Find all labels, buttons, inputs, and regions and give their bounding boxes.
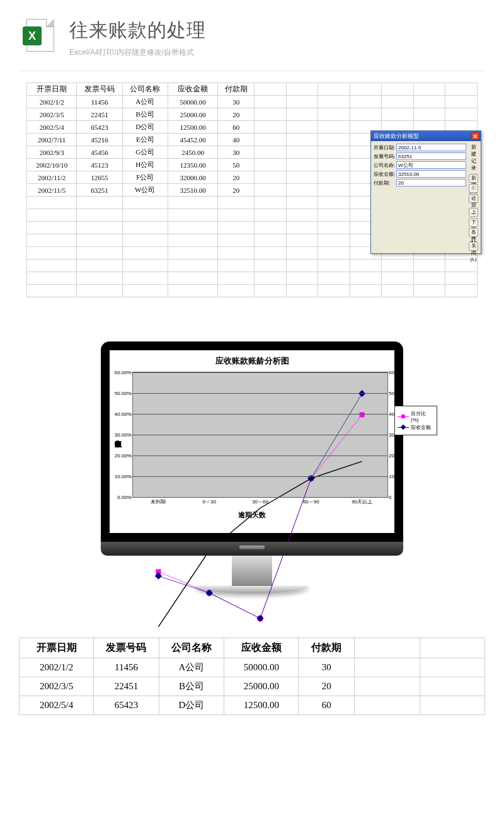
table-cell[interactable] xyxy=(318,121,350,134)
table-cell[interactable] xyxy=(382,260,414,272)
table-cell[interactable] xyxy=(218,285,255,297)
table-header[interactable]: 付款期 xyxy=(218,83,255,96)
table-cell[interactable] xyxy=(218,222,255,234)
table-cell[interactable]: 45123 xyxy=(77,159,122,171)
table-cell[interactable] xyxy=(255,146,287,159)
table-cell[interactable]: F公司 xyxy=(122,171,168,184)
table-cell[interactable]: 2002/5/4 xyxy=(20,696,94,715)
table-cell[interactable] xyxy=(318,247,350,260)
table-cell[interactable] xyxy=(122,247,168,260)
table-cell[interactable]: W公司 xyxy=(122,184,168,197)
table-cell[interactable] xyxy=(318,272,350,285)
table-cell[interactable] xyxy=(286,260,318,272)
table-cell[interactable] xyxy=(350,108,382,121)
table-cell[interactable] xyxy=(420,696,485,715)
table-cell[interactable] xyxy=(77,272,122,285)
table-cell[interactable] xyxy=(27,285,77,297)
table-cell[interactable] xyxy=(382,272,414,285)
table-cell[interactable] xyxy=(168,285,217,297)
table-header[interactable]: 应收金额 xyxy=(168,83,217,96)
table-cell[interactable] xyxy=(286,134,318,146)
table-cell[interactable] xyxy=(286,272,318,285)
table-cell[interactable] xyxy=(382,285,414,297)
table-cell[interactable] xyxy=(350,260,382,272)
table-cell[interactable]: 22451 xyxy=(77,108,122,121)
table-header[interactable]: 公司名称 xyxy=(122,83,168,96)
table-cell[interactable] xyxy=(218,247,255,260)
table-header[interactable] xyxy=(350,83,382,96)
table-cell[interactable] xyxy=(218,272,255,285)
table-cell[interactable] xyxy=(286,285,318,297)
table-cell[interactable] xyxy=(318,108,350,121)
table-cell[interactable]: 20 xyxy=(218,108,255,121)
table-cell[interactable] xyxy=(122,197,168,209)
table-cell[interactable] xyxy=(77,197,122,209)
table-cell[interactable] xyxy=(255,159,287,171)
table-cell[interactable]: 25000.00 xyxy=(168,108,217,121)
table-cell[interactable]: A公司 xyxy=(159,658,224,677)
table-cell[interactable] xyxy=(168,234,217,247)
table-cell[interactable]: 20 xyxy=(218,184,255,197)
table-cell[interactable]: 60 xyxy=(299,696,355,715)
table-cell[interactable]: 2002/3/5 xyxy=(27,108,77,121)
table-cell[interactable]: 2002/9/3 xyxy=(27,146,77,159)
table-cell[interactable] xyxy=(255,272,287,285)
table-cell[interactable]: 30 xyxy=(218,96,255,108)
table-cell[interactable] xyxy=(255,108,287,121)
table-cell[interactable] xyxy=(350,272,382,285)
table-cell[interactable]: H公司 xyxy=(122,159,168,171)
table-cell[interactable] xyxy=(286,209,318,222)
field-input[interactable] xyxy=(396,170,466,178)
bottom-data-table[interactable]: 开票日期发票号码公司名称应收金额付款期2002/1/211456A公司50000… xyxy=(19,638,485,715)
field-input[interactable] xyxy=(396,179,466,186)
table-cell[interactable]: 2002/1/2 xyxy=(20,658,94,677)
table-row[interactable]: 2002/3/522451B公司25000.0020 xyxy=(20,677,485,696)
table-cell[interactable] xyxy=(168,197,217,209)
table-cell[interactable]: 25000.00 xyxy=(224,677,299,696)
table-cell[interactable] xyxy=(355,696,420,715)
table-cell[interactable] xyxy=(445,285,478,297)
table-cell[interactable] xyxy=(286,171,318,184)
table-row[interactable]: 2002/1/211456A公司50000.0030 xyxy=(20,658,485,677)
table-cell[interactable] xyxy=(286,159,318,171)
table-cell[interactable]: 2002/11/5 xyxy=(27,184,77,197)
table-cell[interactable] xyxy=(122,222,168,234)
table-cell[interactable]: 22451 xyxy=(94,677,159,696)
table-cell[interactable]: 60 xyxy=(218,121,255,134)
table-cell[interactable] xyxy=(77,260,122,272)
table-cell[interactable] xyxy=(77,247,122,260)
table-header[interactable]: 发票号码 xyxy=(94,638,159,658)
table-cell[interactable] xyxy=(27,247,77,260)
table-cell[interactable] xyxy=(318,184,350,197)
field-input[interactable] xyxy=(396,144,466,151)
table-cell[interactable]: 11456 xyxy=(77,96,122,108)
dialog-button[interactable]: 条件(C) xyxy=(469,228,478,237)
table-cell[interactable] xyxy=(318,134,350,146)
table-cell[interactable] xyxy=(445,108,478,121)
table-cell[interactable] xyxy=(27,209,77,222)
table-cell[interactable]: 12350.00 xyxy=(168,159,217,171)
dialog-button[interactable]: 还原(R) xyxy=(469,194,478,203)
table-row[interactable] xyxy=(27,260,478,272)
table-cell[interactable]: 50000.00 xyxy=(168,96,217,108)
table-cell[interactable] xyxy=(318,159,350,171)
table-cell[interactable] xyxy=(122,234,168,247)
table-cell[interactable] xyxy=(218,234,255,247)
table-row[interactable]: 2002/5/465423D公司12500.0060 xyxy=(20,696,485,715)
table-cell[interactable] xyxy=(255,209,287,222)
table-cell[interactable] xyxy=(286,184,318,197)
table-cell[interactable] xyxy=(77,222,122,234)
table-header[interactable]: 开票日期 xyxy=(20,638,94,658)
table-cell[interactable]: 12500.00 xyxy=(168,121,217,134)
table-cell[interactable] xyxy=(318,146,350,159)
table-cell[interactable] xyxy=(286,96,318,108)
table-cell[interactable]: 11456 xyxy=(94,658,159,677)
table-cell[interactable] xyxy=(413,96,445,108)
table-cell[interactable] xyxy=(420,658,485,677)
table-cell[interactable] xyxy=(255,184,287,197)
table-cell[interactable] xyxy=(318,197,350,209)
table-cell[interactable]: 2002/3/5 xyxy=(20,677,94,696)
dialog-button[interactable]: 下一条(N) xyxy=(469,218,478,227)
table-cell[interactable] xyxy=(255,96,287,108)
table-cell[interactable] xyxy=(122,272,168,285)
